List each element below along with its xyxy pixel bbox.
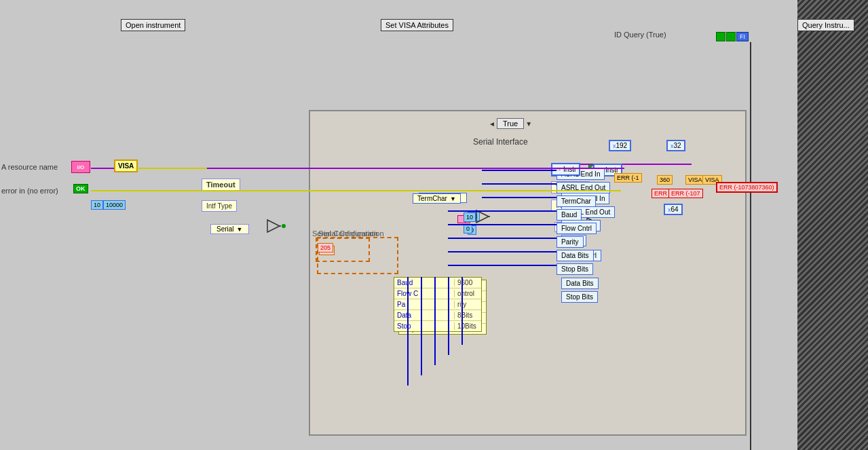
- wire-blue-stopbits: [448, 265, 556, 266]
- ok-left-block: OK: [73, 184, 88, 193]
- parity-main: Parity: [556, 236, 584, 248]
- wire-blue-termchar-out: [482, 197, 556, 198]
- stop-bits-block: Stop Bits: [561, 291, 598, 303]
- wire-blue-asrl-end-out: [482, 183, 556, 185]
- wire-yellow-error: [91, 190, 206, 191]
- wire-v-stopbits: [461, 277, 463, 345]
- arrow-icon-main: [266, 219, 281, 233]
- wire-purple-right: [207, 168, 309, 169]
- wire-v-databits: [448, 277, 449, 355]
- svg-marker-2: [267, 220, 280, 232]
- val-192-block: x192: [609, 140, 631, 151]
- stop-bits-main: Stop Bits: [556, 263, 593, 275]
- id-query-label: ID Query (True): [614, 31, 666, 39]
- wire-purple-inside: [309, 168, 556, 169]
- green-node-dot: [282, 224, 286, 228]
- main-flow-label: Flow C: [394, 290, 454, 297]
- id-query-blue: FI: [736, 32, 749, 41]
- err-neg1-block: ERR (-1: [614, 173, 642, 183]
- svg-marker-4: [476, 210, 489, 223]
- wire-blue-baud: [448, 210, 556, 212]
- main-databits-value: 8Bits: [454, 312, 481, 319]
- visa-block: VISA: [114, 160, 138, 172]
- main-stopbits-value: 10Bits: [454, 322, 481, 330]
- timeout-main-block: Timeout: [202, 179, 240, 191]
- main-baud-label: Baud: [394, 279, 454, 286]
- num-205-main: 205: [318, 243, 333, 252]
- main-vertical-wire: [750, 42, 751, 450]
- main-baud-value: 9600: [454, 279, 481, 286]
- val-32-block: x32: [666, 140, 685, 151]
- val-360-block: 360: [657, 175, 673, 185]
- wire-blue-flow: [448, 224, 556, 225]
- wire-yellow-error3: [309, 190, 621, 191]
- serial-dropdown-main[interactable]: Serial ▼: [210, 224, 249, 234]
- err-left-block: ERR: [652, 189, 670, 198]
- wire-purple-resource: [91, 168, 114, 169]
- wire-blue-databits: [448, 251, 556, 252]
- val-10-main: 10: [464, 212, 476, 222]
- true-value: True: [497, 118, 524, 129]
- main-parity-label: Pa: [394, 301, 454, 308]
- serial-interface-box: ◄ True ▼ Serial Interface x192 x32 → Ins…: [309, 110, 747, 436]
- num-10000-block: 10000: [103, 200, 126, 210]
- wire-blue-asrl-end-in: [482, 170, 556, 171]
- main-stopbits-label: Stop: [394, 322, 454, 330]
- err-1073807360-block: ERR (-1073807360): [716, 182, 778, 193]
- true-selector[interactable]: ◄ True ▼: [489, 118, 532, 129]
- termchar-main-dropdown[interactable]: TermChar ▼: [413, 193, 461, 204]
- serial-interface-title: Serial Interface: [473, 137, 528, 147]
- val-64-block: x64: [664, 204, 683, 215]
- wire-v-parity: [434, 277, 436, 365]
- err-1075-block: ERR (-107: [668, 189, 703, 198]
- id-query-green1: [716, 32, 725, 41]
- asrl-end-out-main: ASRL End Out: [556, 182, 610, 193]
- id-query-green2: [726, 32, 736, 41]
- main-flow-value: ontrol: [454, 290, 481, 297]
- error-in-label: error in (no error): [1, 187, 58, 195]
- wire-yellow-main: [136, 168, 207, 169]
- num-10-block: 10: [91, 200, 103, 210]
- wire-yellow-error2: [206, 190, 309, 191]
- data-bits-block: Data Bits: [561, 278, 599, 289]
- intf-type-main-block: Intf Type: [202, 200, 237, 212]
- wire-v-flow: [421, 277, 422, 375]
- set-visa-attributes-label: Set VISA Attributes: [381, 19, 453, 31]
- open-instrument-label: Open instrument: [121, 19, 185, 31]
- resource-name-label: A resource name: [1, 163, 58, 171]
- val-0-main: 0: [464, 224, 472, 233]
- baud-out-main: Baud: [556, 209, 582, 221]
- flow-cntrl-main: Flow Cntrl: [556, 223, 597, 234]
- wire-blue-parity: [448, 238, 556, 239]
- right-border-pattern: [793, 0, 868, 450]
- main-canvas: Open instrument Set VISA Attributes ID Q…: [0, 0, 868, 450]
- main-databits-label: Data: [394, 312, 454, 319]
- serial-config-main-label: Serial Configuration: [312, 229, 378, 238]
- data-bits-main: Data Bits: [556, 250, 594, 261]
- io-block: I/O: [71, 161, 90, 173]
- termchar-out-main: TermChar: [556, 195, 596, 207]
- main-parity-value: rity: [454, 301, 481, 308]
- wire-purple-far-right: [556, 168, 624, 169]
- query-instrument-label: Query Instru...: [797, 19, 854, 31]
- wire-v-baud: [407, 277, 409, 386]
